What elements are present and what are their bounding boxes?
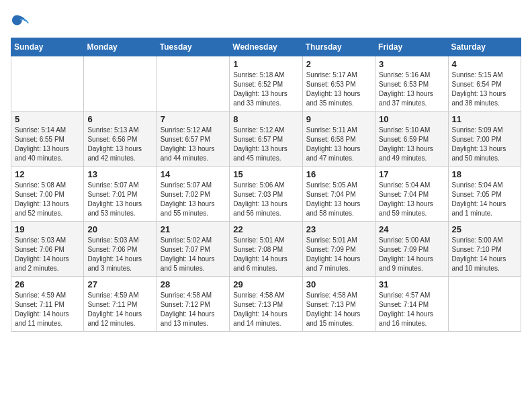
calendar-cell: 31Sunrise: 4:57 AM Sunset: 7:14 PM Dayli… (375, 277, 448, 332)
day-info: Sunrise: 5:14 AM Sunset: 6:55 PM Dayligh… (15, 126, 80, 163)
day-info: Sunrise: 5:10 AM Sunset: 6:59 PM Dayligh… (379, 126, 444, 163)
logo-icon (11, 11, 30, 30)
page-header (11, 11, 521, 30)
calendar-table: SundayMondayTuesdayWednesdayThursdayFrid… (11, 38, 521, 332)
calendar-cell: 28Sunrise: 4:58 AM Sunset: 7:12 PM Dayli… (157, 277, 229, 332)
calendar-cell: 10Sunrise: 5:10 AM Sunset: 6:59 PM Dayli… (375, 111, 448, 167)
calendar-cell: 3Sunrise: 5:16 AM Sunset: 6:53 PM Daylig… (375, 56, 448, 111)
calendar-cell: 5Sunrise: 5:14 AM Sunset: 6:55 PM Daylig… (11, 111, 84, 167)
day-number: 1 (233, 59, 298, 69)
day-header-wednesday: Wednesday (230, 38, 302, 56)
day-number: 27 (87, 279, 152, 289)
day-number: 31 (379, 279, 444, 289)
day-number: 30 (306, 279, 371, 289)
day-number: 19 (15, 224, 80, 234)
day-info: Sunrise: 5:05 AM Sunset: 7:04 PM Dayligh… (306, 181, 371, 218)
day-number: 13 (87, 169, 152, 179)
day-info: Sunrise: 5:09 AM Sunset: 7:00 PM Dayligh… (452, 126, 517, 163)
calendar-header-row: SundayMondayTuesdayWednesdayThursdayFrid… (11, 38, 521, 56)
calendar-cell: 17Sunrise: 5:04 AM Sunset: 7:04 PM Dayli… (375, 167, 448, 222)
calendar-cell: 13Sunrise: 5:07 AM Sunset: 7:01 PM Dayli… (84, 167, 157, 222)
day-info: Sunrise: 5:04 AM Sunset: 7:04 PM Dayligh… (379, 181, 444, 218)
day-header-tuesday: Tuesday (157, 38, 229, 56)
day-number: 16 (306, 169, 371, 179)
calendar-cell: 12Sunrise: 5:08 AM Sunset: 7:00 PM Dayli… (11, 167, 84, 222)
calendar-cell: 11Sunrise: 5:09 AM Sunset: 7:00 PM Dayli… (448, 111, 521, 167)
day-info: Sunrise: 5:16 AM Sunset: 6:53 PM Dayligh… (379, 71, 444, 108)
day-header-saturday: Saturday (448, 38, 521, 56)
day-number: 23 (306, 224, 371, 234)
day-number: 12 (15, 169, 80, 179)
day-number: 25 (452, 224, 517, 234)
calendar-cell: 9Sunrise: 5:11 AM Sunset: 6:58 PM Daylig… (302, 111, 375, 167)
day-info: Sunrise: 5:08 AM Sunset: 7:00 PM Dayligh… (15, 181, 80, 218)
day-info: Sunrise: 5:15 AM Sunset: 6:54 PM Dayligh… (452, 71, 517, 108)
calendar-cell: 18Sunrise: 5:04 AM Sunset: 7:05 PM Dayli… (448, 167, 521, 222)
day-info: Sunrise: 4:59 AM Sunset: 7:11 PM Dayligh… (87, 291, 152, 328)
day-info: Sunrise: 5:03 AM Sunset: 7:06 PM Dayligh… (15, 236, 80, 273)
day-info: Sunrise: 5:00 AM Sunset: 7:10 PM Dayligh… (452, 236, 517, 273)
day-info: Sunrise: 5:01 AM Sunset: 7:08 PM Dayligh… (233, 236, 298, 273)
calendar-cell (11, 56, 84, 111)
day-number: 17 (379, 169, 444, 179)
day-number: 26 (15, 279, 80, 289)
day-number: 9 (306, 114, 371, 124)
day-info: Sunrise: 5:17 AM Sunset: 6:53 PM Dayligh… (306, 71, 371, 108)
logo (11, 11, 32, 30)
calendar-cell: 22Sunrise: 5:01 AM Sunset: 7:08 PM Dayli… (230, 222, 302, 277)
day-info: Sunrise: 4:58 AM Sunset: 7:13 PM Dayligh… (233, 291, 298, 328)
day-info: Sunrise: 5:02 AM Sunset: 7:07 PM Dayligh… (161, 236, 226, 273)
calendar-cell (448, 277, 521, 332)
calendar-cell (157, 56, 229, 111)
day-number: 6 (87, 114, 152, 124)
day-number: 11 (452, 114, 517, 124)
calendar-cell: 4Sunrise: 5:15 AM Sunset: 6:54 PM Daylig… (448, 56, 521, 111)
calendar-cell: 30Sunrise: 4:58 AM Sunset: 7:13 PM Dayli… (302, 277, 375, 332)
day-info: Sunrise: 4:58 AM Sunset: 7:12 PM Dayligh… (161, 291, 226, 328)
day-number: 2 (306, 59, 371, 69)
day-info: Sunrise: 5:13 AM Sunset: 6:56 PM Dayligh… (87, 126, 152, 163)
day-info: Sunrise: 5:11 AM Sunset: 6:58 PM Dayligh… (306, 126, 371, 163)
day-info: Sunrise: 5:01 AM Sunset: 7:09 PM Dayligh… (306, 236, 371, 273)
calendar-cell: 21Sunrise: 5:02 AM Sunset: 7:07 PM Dayli… (157, 222, 229, 277)
calendar-cell: 26Sunrise: 4:59 AM Sunset: 7:11 PM Dayli… (11, 277, 84, 332)
calendar-week-3: 12Sunrise: 5:08 AM Sunset: 7:00 PM Dayli… (11, 167, 521, 222)
day-info: Sunrise: 5:00 AM Sunset: 7:09 PM Dayligh… (379, 236, 444, 273)
calendar-cell: 1Sunrise: 5:18 AM Sunset: 6:52 PM Daylig… (230, 56, 302, 111)
calendar-cell: 14Sunrise: 5:07 AM Sunset: 7:02 PM Dayli… (157, 167, 229, 222)
day-number: 18 (452, 169, 517, 179)
calendar-cell: 23Sunrise: 5:01 AM Sunset: 7:09 PM Dayli… (302, 222, 375, 277)
day-info: Sunrise: 5:12 AM Sunset: 6:57 PM Dayligh… (233, 126, 298, 163)
day-number: 29 (233, 279, 298, 289)
calendar-cell: 29Sunrise: 4:58 AM Sunset: 7:13 PM Dayli… (230, 277, 302, 332)
day-info: Sunrise: 5:03 AM Sunset: 7:06 PM Dayligh… (87, 236, 152, 273)
day-info: Sunrise: 5:12 AM Sunset: 6:57 PM Dayligh… (161, 126, 226, 163)
day-header-friday: Friday (375, 38, 448, 56)
day-info: Sunrise: 4:57 AM Sunset: 7:14 PM Dayligh… (379, 291, 444, 328)
day-info: Sunrise: 5:04 AM Sunset: 7:05 PM Dayligh… (452, 181, 517, 218)
calendar-cell: 16Sunrise: 5:05 AM Sunset: 7:04 PM Dayli… (302, 167, 375, 222)
day-number: 4 (452, 59, 517, 69)
day-info: Sunrise: 4:59 AM Sunset: 7:11 PM Dayligh… (15, 291, 80, 328)
day-number: 20 (87, 224, 152, 234)
calendar-cell: 25Sunrise: 5:00 AM Sunset: 7:10 PM Dayli… (448, 222, 521, 277)
day-number: 5 (15, 114, 80, 124)
calendar-week-4: 19Sunrise: 5:03 AM Sunset: 7:06 PM Dayli… (11, 222, 521, 277)
day-number: 22 (233, 224, 298, 234)
calendar-cell: 6Sunrise: 5:13 AM Sunset: 6:56 PM Daylig… (84, 111, 157, 167)
day-number: 3 (379, 59, 444, 69)
day-number: 7 (161, 114, 226, 124)
day-info: Sunrise: 5:07 AM Sunset: 7:01 PM Dayligh… (87, 181, 152, 218)
calendar-cell: 8Sunrise: 5:12 AM Sunset: 6:57 PM Daylig… (230, 111, 302, 167)
calendar-cell: 24Sunrise: 5:00 AM Sunset: 7:09 PM Dayli… (375, 222, 448, 277)
calendar-cell (84, 56, 157, 111)
day-info: Sunrise: 4:58 AM Sunset: 7:13 PM Dayligh… (306, 291, 371, 328)
day-number: 10 (379, 114, 444, 124)
calendar-week-1: 1Sunrise: 5:18 AM Sunset: 6:52 PM Daylig… (11, 56, 521, 111)
day-number: 28 (161, 279, 226, 289)
day-number: 8 (233, 114, 298, 124)
day-info: Sunrise: 5:06 AM Sunset: 7:03 PM Dayligh… (233, 181, 298, 218)
day-header-sunday: Sunday (11, 38, 84, 56)
day-number: 15 (233, 169, 298, 179)
day-number: 21 (161, 224, 226, 234)
